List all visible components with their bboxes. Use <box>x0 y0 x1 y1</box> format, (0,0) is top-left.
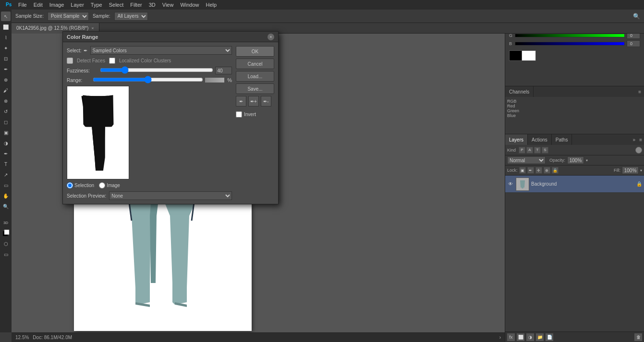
opacity-input[interactable] <box>567 156 584 164</box>
dialog-right-column: OK Cancel Load... Save... ✒ ✒+ ✒- Invert <box>236 46 274 200</box>
dialog-close-button[interactable]: × <box>267 34 274 40</box>
range-slider[interactable] <box>93 76 203 83</box>
status-arrow[interactable]: › <box>499 335 501 340</box>
select-row: Select: ✒ Sampled Colors <box>67 46 232 55</box>
channels-menu[interactable]: ≡ <box>635 86 644 97</box>
pen-tool[interactable]: ✒ <box>1 149 11 158</box>
menu-ps[interactable]: Ps <box>2 0 14 10</box>
new-layer-btn[interactable]: 📄 <box>546 333 553 341</box>
menu-type[interactable]: Type <box>88 1 105 9</box>
menu-filter[interactable]: Filter <box>127 1 145 9</box>
lock-artboard-btn[interactable]: ⊕ <box>544 167 550 174</box>
delete-layer-btn[interactable]: 🗑 <box>634 333 642 341</box>
type-tool[interactable]: T <box>1 159 11 169</box>
screen-mode[interactable]: ▭ <box>1 249 11 259</box>
lasso-tool[interactable]: ⌇ <box>1 33 11 42</box>
menu-layer[interactable]: Layer <box>68 1 87 9</box>
spot-heal-tool[interactable]: ⊕ <box>1 75 11 84</box>
quick-mask-tool[interactable]: ⬡ <box>1 239 11 248</box>
selection-radio[interactable] <box>67 182 73 189</box>
fill-chevron[interactable]: ▾ <box>640 168 642 173</box>
lock-paint-btn[interactable]: ✒ <box>527 167 534 174</box>
move-tool[interactable]: ↖ <box>1 12 11 21</box>
eyedropper-add-btn[interactable]: ✒+ <box>248 96 259 106</box>
menu-file[interactable]: File <box>15 1 30 9</box>
clone-tool[interactable]: ⊗ <box>1 96 11 106</box>
fuzziness-value[interactable] <box>215 67 232 74</box>
layer-background-item[interactable]: 👁 Background 🔒 <box>505 176 644 193</box>
image-radio[interactable] <box>99 182 105 189</box>
eyedropper-base-btn[interactable]: ✒ <box>236 96 246 106</box>
layer-thumbnail <box>516 177 529 191</box>
fill-input[interactable] <box>622 166 639 174</box>
radio-row: Selection Image <box>67 182 232 189</box>
dodge-tool[interactable]: ◑ <box>1 138 11 148</box>
menu-window[interactable]: Window <box>177 1 202 9</box>
eraser-tool[interactable]: ◻ <box>1 117 11 127</box>
selection-preview-dropdown[interactable]: None <box>109 191 232 200</box>
type-filter-btn[interactable]: T <box>534 147 541 153</box>
detect-faces-checkbox[interactable] <box>67 58 73 64</box>
lock-transparency-btn[interactable]: ▣ <box>519 167 526 174</box>
search-icon[interactable]: 🔍 <box>633 13 640 20</box>
fuzziness-row: Fuzziness: <box>67 67 232 74</box>
layers-expand-icon[interactable]: » <box>631 137 638 142</box>
eyedropper-remove-btn[interactable]: ✒- <box>261 96 271 106</box>
localized-checkbox[interactable] <box>109 58 115 64</box>
lock-all-btn[interactable]: 🔒 <box>552 167 559 174</box>
layer-fx-btn[interactable]: fx <box>507 333 515 341</box>
sample-size-select[interactable]: Point Sample <box>48 12 89 21</box>
sample-select[interactable]: All Layers <box>114 12 148 21</box>
quick-select-tool[interactable]: ✦ <box>1 43 11 53</box>
layer-visibility-eye[interactable]: 👁 <box>507 181 514 188</box>
layers-menu-icon[interactable]: ≡ <box>637 137 644 142</box>
new-group-btn[interactable]: 📁 <box>536 333 544 341</box>
menu-edit[interactable]: Edit <box>31 1 46 9</box>
adjust-filter-btn[interactable]: A <box>526 147 533 153</box>
menu-view[interactable]: View <box>159 1 177 9</box>
save-button[interactable]: Save... <box>236 83 274 94</box>
select-dropdown[interactable]: Sampled Colors <box>90 46 232 55</box>
3d-tool[interactable]: 3D <box>1 218 11 227</box>
dialog-left-column: Select: ✒ Sampled Colors Detect Faces Lo… <box>67 46 232 200</box>
paths-tab[interactable]: Paths <box>552 134 572 145</box>
zoom-tool[interactable]: 🔍 <box>1 201 11 211</box>
gradient-tool[interactable]: ▣ <box>1 128 11 137</box>
marquee-tool[interactable]: ⬜ <box>1 22 11 32</box>
blue-channel-input[interactable] <box>627 40 640 47</box>
eyedropper-tool[interactable]: ✒ <box>1 64 11 74</box>
bg-color-swatch[interactable] <box>522 50 536 61</box>
toolbar-left: ↖ ⬜ ⌇ ✦ ⊡ ✒ ⊕ 🖌 ⊗ ↺ ◻ ▣ ◑ ✒ T ↗ ▭ ✋ 🔍 3D… <box>0 10 12 332</box>
channels-content: RGB Red Green Blue <box>505 97 644 120</box>
color-range-dialog[interactable]: Color Range × Select: ✒ Sampled Colors <box>62 31 279 204</box>
shape-tool[interactable]: ▭ <box>1 180 11 190</box>
path-select-tool[interactable]: ↗ <box>1 170 11 179</box>
layers-tab[interactable]: Layers <box>505 134 528 145</box>
ok-button[interactable]: OK <box>236 46 274 57</box>
layer-mask-btn[interactable]: ⬜ <box>517 333 524 341</box>
pixel-filter-btn[interactable]: P <box>519 147 525 153</box>
layer-adjustment-btn[interactable]: ◑ <box>526 333 534 341</box>
channels-tab[interactable]: Channels <box>505 86 534 97</box>
hand-tool[interactable]: ✋ <box>1 191 11 200</box>
history-brush-tool[interactable]: ↺ <box>1 106 11 116</box>
invert-row: Invert <box>236 111 274 118</box>
load-button[interactable]: Load... <box>236 71 274 82</box>
crop-tool[interactable]: ⊡ <box>1 54 11 63</box>
fuzziness-slider[interactable] <box>100 67 213 73</box>
menu-3d[interactable]: 3D <box>146 1 158 9</box>
lock-position-btn[interactable]: ✛ <box>535 167 542 174</box>
cancel-button[interactable]: Cancel <box>236 59 274 69</box>
invert-checkbox[interactable] <box>236 111 242 118</box>
menu-select[interactable]: Select <box>106 1 127 9</box>
menu-image[interactable]: Image <box>47 1 67 9</box>
opacity-chevron[interactable]: ▾ <box>586 158 588 163</box>
blend-mode-select[interactable]: Normal <box>507 156 546 164</box>
tab-close[interactable]: × <box>91 26 94 31</box>
shape-filter-btn[interactable]: S <box>542 147 548 153</box>
actions-tab[interactable]: Actions <box>528 134 552 145</box>
menu-help[interactable]: Help <box>203 1 220 9</box>
brush-tool[interactable]: 🖌 <box>1 85 11 95</box>
fg-bg-colors[interactable] <box>1 228 11 238</box>
layer-filter-toggle[interactable] <box>635 147 642 153</box>
